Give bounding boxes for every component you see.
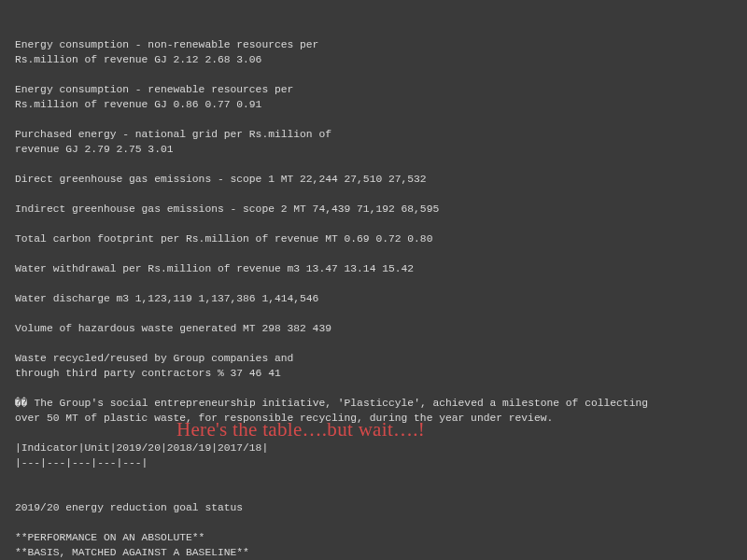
handwritten-annotation: Here's the table….but wait….! xyxy=(176,422,425,437)
extracted-text-page: Energy consumption - non-renewable resou… xyxy=(0,0,747,560)
document-text: Energy consumption - non-renewable resou… xyxy=(15,37,732,560)
